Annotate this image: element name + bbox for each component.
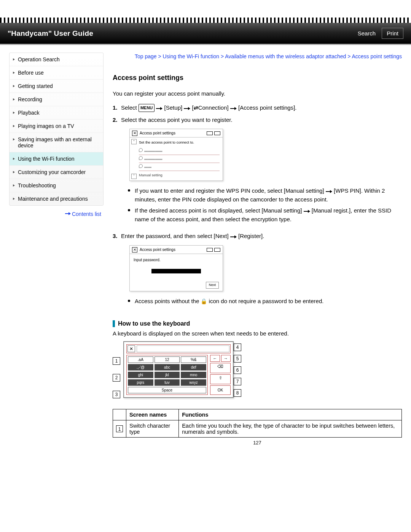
status-icons xyxy=(207,131,220,135)
mock2-input-label: Input password. xyxy=(134,257,219,263)
mock1-title: Access point settings xyxy=(140,130,175,136)
sidebar-item-operation-search[interactable]: Operation Search xyxy=(10,53,103,66)
kb-close-icon: ✕ xyxy=(127,345,135,352)
kb-key: mno xyxy=(181,372,206,378)
kb-backspace-icon: ⌫ xyxy=(210,363,231,373)
kb-left-arrow-icon: ← xyxy=(210,355,220,362)
sidebar-list: Operation Search Before use Getting star… xyxy=(9,53,104,206)
step-1: 1. Select MENU [Setup] [⇄Connection] [Ac… xyxy=(121,102,402,114)
mock2-title: Access point settings xyxy=(140,247,175,252)
close-icon: ✕ xyxy=(132,131,137,136)
sidebar-item-maintenance[interactable]: Maintenance and precautions xyxy=(10,192,103,205)
page-title: Access point settings xyxy=(113,74,402,82)
print-button[interactable]: Print xyxy=(382,28,403,39)
td-index: 1 xyxy=(113,420,126,438)
sidebar-item-saving-external[interactable]: Saving images with an external device xyxy=(10,133,103,152)
step1-aps: [Access point settings]. xyxy=(238,104,296,111)
sidebar-item-customizing[interactable]: Customizing your camcorder xyxy=(10,166,103,179)
kb-input-field xyxy=(137,345,229,352)
kb-key: .aA xyxy=(128,356,153,363)
mock1-manual: Manual setting xyxy=(139,171,220,178)
step-2: 2.Select the access point you want to re… xyxy=(121,114,402,230)
callout-4: 4 xyxy=(234,343,241,351)
sidebar-item-playback[interactable]: Playback xyxy=(10,106,103,120)
keyboard-heading: How to use the keyboard xyxy=(113,320,402,327)
arrow-icon xyxy=(184,104,190,113)
up-arrow-icon: ˆ xyxy=(131,139,137,144)
step1-setup: [Setup] xyxy=(164,104,183,111)
header-decoration xyxy=(0,18,411,23)
screenshot-password: ✕ Access point settings Input password. … xyxy=(129,245,223,291)
sidebar-item-playing-on-tv[interactable]: Playing images on a TV xyxy=(10,120,103,133)
kb-right-arrow-icon: → xyxy=(221,355,231,362)
bullet-manual-regist: If the desired access point is not displ… xyxy=(135,205,402,225)
breadcrumb[interactable]: Top page > Using the Wi-Fi function > Av… xyxy=(113,53,402,60)
status-icons xyxy=(207,248,220,252)
kb-key: ghi xyxy=(128,372,153,378)
callout-6: 6 xyxy=(234,366,241,374)
ap-row: ▬▬▬▬▬ xyxy=(139,147,220,155)
arrow-icon xyxy=(230,104,237,113)
sidebar-item-getting-started[interactable]: Getting started xyxy=(10,80,103,93)
kb-key: .,-'@ xyxy=(128,364,153,371)
contents-list-link[interactable]: Contents list xyxy=(65,211,101,217)
step2-text: Select the access point you want to regi… xyxy=(121,117,233,123)
kb-key: wxyz xyxy=(181,379,206,386)
main-content: Top page > Using the Wi-Fi function > Av… xyxy=(113,53,402,446)
sidebar: Operation Search Before use Getting star… xyxy=(9,53,104,446)
callout-7: 7 xyxy=(234,378,241,385)
arrow-icon xyxy=(304,207,310,216)
intro-text: You can register your access point manua… xyxy=(113,90,402,97)
menu-icon: MENU xyxy=(139,104,155,112)
bullet-no-password: Access points without the 🔒 icon do not … xyxy=(135,296,402,307)
sidebar-item-troubleshooting[interactable]: Troubleshooting xyxy=(10,179,103,192)
close-icon: ✕ xyxy=(132,247,137,252)
th-screen-names: Screen names xyxy=(126,409,179,420)
kb-shift-icon: ⇧ xyxy=(210,374,231,385)
th-functions: Functions xyxy=(179,409,402,420)
arrow-icon xyxy=(230,232,237,241)
kb-key: tuv xyxy=(155,379,180,386)
password-field xyxy=(151,269,201,273)
sidebar-item-recording[interactable]: Recording xyxy=(10,93,103,106)
step1-connection: Connection] xyxy=(198,104,229,111)
td-screen-name: Switch character type xyxy=(126,420,179,438)
ap-row: ▬▬ xyxy=(139,163,220,171)
kb-key: def xyxy=(181,364,206,371)
down-arrow-icon: ˇ xyxy=(131,174,137,179)
screenshot-ap-list: ✕ Access point settings ˆˇ Set the acces… xyxy=(129,129,223,181)
sidebar-item-before-use[interactable]: Before use xyxy=(10,66,103,80)
header-bar: "Handycam" User Guide Search Print xyxy=(0,23,411,45)
step1-prefix: Select xyxy=(121,104,137,111)
arrow-icon xyxy=(326,187,332,196)
keyboard-diagram: 1 2 3 ✕ .aA 12 %& xyxy=(113,341,402,398)
connection-icon: ⇄ xyxy=(194,104,198,112)
callout-8: 8 xyxy=(234,389,241,397)
bullet-wps-pin: If you want to enter and register the WP… xyxy=(135,185,402,205)
kb-key: abc xyxy=(155,364,180,371)
sidebar-item-wifi[interactable]: Using the Wi-Fi function xyxy=(10,152,103,166)
search-link[interactable]: Search xyxy=(358,30,376,37)
lock-icon: 🔒 xyxy=(201,297,207,305)
kb-space: Space xyxy=(128,387,206,393)
callout-5: 5 xyxy=(234,355,241,363)
kb-key: pqrs xyxy=(128,379,153,386)
callout-2: 2 xyxy=(113,374,120,382)
callout-3: 3 xyxy=(113,391,120,398)
next-button: Next xyxy=(206,282,219,289)
kb-key: %& xyxy=(181,356,206,363)
keyboard-intro: A keyboard is displayed on the screen wh… xyxy=(113,330,402,337)
step-3: 3.Enter the password, and then select [N… xyxy=(121,230,402,312)
ap-row: ▬▬▬▬▬ xyxy=(139,155,220,163)
kb-ok: OK xyxy=(210,385,231,395)
td-function: Each time you touch the key, the type of… xyxy=(179,420,402,438)
mock1-caption: Set the access point to connect to. xyxy=(139,139,220,147)
th-blank xyxy=(113,409,126,420)
arrow-icon xyxy=(156,104,162,113)
page-number: 127 xyxy=(113,440,402,446)
kb-key: jkl xyxy=(155,372,180,378)
functions-table: Screen names Functions 1 Switch characte… xyxy=(113,409,402,438)
kb-key: 12 xyxy=(155,356,180,363)
app-title: "Handycam" User Guide xyxy=(0,29,93,38)
callout-1: 1 xyxy=(113,357,120,365)
